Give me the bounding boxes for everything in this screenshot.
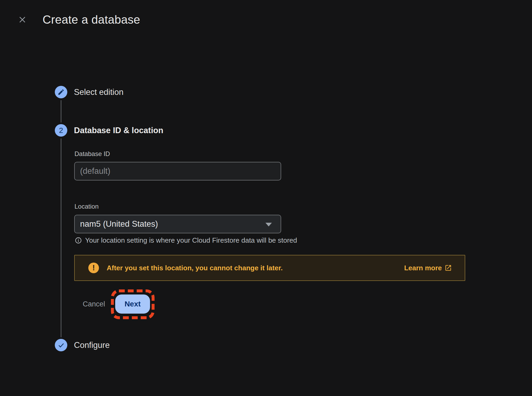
learn-more-link[interactable]: Learn more <box>404 264 452 272</box>
step3-label: Configure <box>74 339 110 351</box>
database-id-input[interactable] <box>74 162 281 180</box>
location-help-row: Your location setting is where your Clou… <box>75 236 297 245</box>
stepper-connector <box>61 100 61 123</box>
step1-label: Select edition <box>74 86 123 98</box>
step2-number: 2 <box>59 126 63 135</box>
warning-message: After you set this location, you cannot … <box>107 264 283 272</box>
location-label: Location <box>74 203 99 210</box>
database-id-label: Database ID <box>74 150 110 158</box>
step1-indicator <box>55 86 67 98</box>
info-icon <box>75 237 82 244</box>
location-selected-value: nam5 (United States) <box>80 219 158 229</box>
next-button[interactable]: Next <box>115 294 150 314</box>
check-icon <box>57 342 65 349</box>
location-select[interactable]: nam5 (United States) <box>74 215 281 233</box>
close-icon <box>18 15 27 24</box>
warning-icon: ! <box>88 263 99 273</box>
step2-indicator: 2 <box>55 124 67 137</box>
learn-more-label: Learn more <box>404 264 442 272</box>
external-link-icon <box>444 264 452 272</box>
location-help-text: Your location setting is where your Clou… <box>85 236 297 245</box>
chevron-down-icon <box>265 223 272 226</box>
step3-indicator <box>55 339 67 351</box>
stepper-connector <box>61 138 61 337</box>
page-title: Create a database <box>43 13 140 27</box>
cancel-button[interactable]: Cancel <box>83 300 105 308</box>
close-button[interactable] <box>15 13 29 27</box>
location-warning-banner: ! After you set this location, you canno… <box>74 255 465 281</box>
pencil-icon <box>57 89 65 96</box>
step2-label: Database ID & location <box>74 124 163 137</box>
create-database-dialog: Create a database Select edition 2 Datab… <box>0 0 532 396</box>
